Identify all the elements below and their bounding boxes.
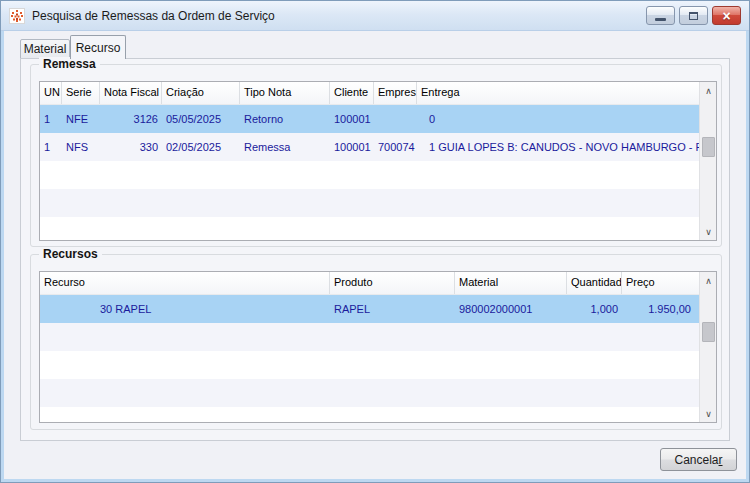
column-header-cliente[interactable]: Cliente	[330, 82, 374, 104]
scroll-down-icon[interactable]: ∨	[700, 405, 717, 422]
close-icon: ×	[722, 9, 730, 23]
remessa-groupbox: Remessa UN Serie Nota Fiscal Criação Tip…	[30, 64, 722, 247]
tab-material[interactable]: Material	[20, 39, 70, 59]
recursos-vertical-scrollbar[interactable]: ∧ ∨	[699, 272, 716, 422]
remessa-row[interactable]: 1 NFS 330 02/05/2025 Remessa 100001 7000…	[40, 133, 699, 161]
remessa-row-selected[interactable]: 1 NFE 3126 05/05/2025 Retorno 100001 0	[40, 105, 699, 133]
cell-tipo-nota: Retorno	[240, 105, 330, 133]
cell-un: 1	[40, 133, 62, 161]
recursos-header-row: Recurso Produto Material Quantidade Preç…	[40, 272, 699, 295]
tab-material-label: Material	[24, 42, 67, 56]
column-header-criacao[interactable]: Criação	[162, 82, 240, 104]
cell-cliente: 100001	[330, 105, 374, 133]
minimize-button[interactable]	[646, 6, 675, 25]
remessa-grid-data: UN Serie Nota Fiscal Criação Tipo Nota C…	[40, 82, 699, 240]
recursos-empty-row	[40, 407, 699, 423]
app-logo-glyph	[11, 10, 23, 22]
remessa-empty-row	[40, 189, 699, 217]
dialog-client-area: Material Recurso Remessa UN Serie Nota F…	[4, 31, 746, 479]
scroll-down-icon[interactable]: ∨	[700, 223, 717, 240]
column-header-empresa[interactable]: Empresa	[374, 82, 417, 104]
cell-entrega: 1 GUIA LOPES B: CANUDOS - NOVO HAMBURGO …	[417, 133, 699, 161]
maximize-icon	[689, 12, 698, 20]
cell-recurso: 30 RAPEL	[40, 295, 330, 323]
recursos-empty-row	[40, 323, 699, 351]
cell-cliente: 100001	[330, 133, 374, 161]
cell-serie: NFE	[62, 105, 100, 133]
cancel-button[interactable]: Cancelar	[660, 448, 737, 471]
scrollbar-thumb[interactable]	[702, 322, 715, 342]
minimize-icon	[655, 18, 666, 21]
cell-quantidade: 1,000	[567, 295, 622, 323]
recursos-row-selected[interactable]: 30 RAPEL RAPEL 980002000001 1,000 1.950,…	[40, 295, 699, 323]
remessa-empty-row	[40, 217, 699, 241]
close-button[interactable]: ×	[712, 6, 741, 25]
remessa-vertical-scrollbar[interactable]: ∧ ∨	[699, 82, 716, 240]
recursos-grid: Recurso Produto Material Quantidade Preç…	[39, 271, 717, 423]
app-icon[interactable]	[9, 8, 25, 24]
column-header-produto[interactable]: Produto	[330, 272, 455, 294]
scroll-up-icon[interactable]: ∧	[700, 272, 717, 289]
cell-nota-fiscal: 3126	[100, 105, 162, 133]
recursos-grid-data: Recurso Produto Material Quantidade Preç…	[40, 272, 699, 422]
cell-preco: 1.950,00	[622, 295, 699, 323]
tab-recurso-label: Recurso	[76, 41, 121, 55]
scroll-up-icon[interactable]: ∧	[700, 82, 717, 99]
column-header-un[interactable]: UN	[40, 82, 62, 104]
cell-un: 1	[40, 105, 62, 133]
cell-serie: NFS	[62, 133, 100, 161]
tab-recurso[interactable]: Recurso	[70, 35, 126, 59]
column-header-nota-fiscal[interactable]: Nota Fiscal	[100, 82, 162, 104]
maximize-button[interactable]	[679, 6, 708, 25]
remessa-header-row: UN Serie Nota Fiscal Criação Tipo Nota C…	[40, 82, 699, 105]
column-header-recurso[interactable]: Recurso	[40, 272, 330, 294]
column-header-quantidade[interactable]: Quantidade	[567, 272, 622, 294]
window-title: Pesquisa de Remessas da Ordem de Serviço	[32, 9, 275, 23]
cell-criacao: 05/05/2025	[162, 105, 240, 133]
dialog-window: Pesquisa de Remessas da Ordem de Serviço…	[0, 0, 750, 483]
cell-material: 980002000001	[455, 295, 567, 323]
recursos-empty-row	[40, 351, 699, 379]
recursos-group-label: Recursos	[39, 247, 102, 262]
recursos-empty-row	[40, 379, 699, 407]
scrollbar-thumb[interactable]	[702, 137, 715, 157]
column-header-preco[interactable]: Preço	[622, 272, 699, 294]
column-header-tipo-nota[interactable]: Tipo Nota	[240, 82, 330, 104]
cell-nota-fiscal: 330	[100, 133, 162, 161]
title-bar[interactable]: Pesquisa de Remessas da Ordem de Serviço…	[1, 1, 749, 31]
cell-produto: RAPEL	[330, 295, 455, 323]
cell-empresa: 700074	[374, 133, 417, 161]
caption-buttons: ×	[646, 6, 741, 25]
column-header-entrega[interactable]: Entrega	[417, 82, 699, 104]
tab-page-recurso: Remessa UN Serie Nota Fiscal Criação Tip…	[20, 58, 730, 441]
remessa-group-label: Remessa	[39, 57, 100, 72]
remessa-grid: UN Serie Nota Fiscal Criação Tipo Nota C…	[39, 81, 717, 241]
cancel-button-label: Cancelar	[674, 453, 722, 467]
column-header-material[interactable]: Material	[455, 272, 567, 294]
cell-criacao: 02/05/2025	[162, 133, 240, 161]
cell-entrega: 0	[417, 105, 699, 133]
recursos-groupbox: Recursos Recurso Produto Material Quanti…	[30, 254, 722, 430]
column-header-serie[interactable]: Serie	[62, 82, 100, 104]
cell-empresa	[374, 105, 417, 133]
cell-tipo-nota: Remessa	[240, 133, 330, 161]
remessa-empty-row	[40, 161, 699, 189]
